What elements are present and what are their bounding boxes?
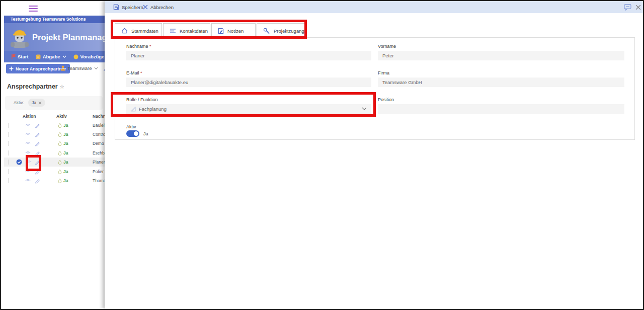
tab-projektzugang-label: Projektzugang [274,28,304,34]
nav-item-abgabe[interactable]: Abgabe [36,54,66,59]
table-row[interactable]: Ja Polier [4,167,105,176]
edit-pencil-icon[interactable] [35,123,40,128]
abgabe-document-icon [36,54,41,59]
eye-icon[interactable] [25,132,31,136]
start-flag-icon [11,54,16,59]
chevron-down-icon [62,55,66,58]
environment-banner-label: Testumgebung Teamsware Solutions [11,17,86,22]
col-header-aktiv: Aktiv [56,114,67,119]
tab-projektzugang[interactable]: Projektzugang [257,23,305,38]
eye-icon[interactable] [25,151,31,155]
toggle-knob [134,131,138,136]
comments-button[interactable] [624,1,631,13]
section-title-label: Ansprechpartner [7,83,58,90]
tab-notizen-label: Notizen [227,28,244,34]
account-label: Teamsware [67,65,92,71]
field-label-nachname: Nachname * [126,44,151,49]
sidebar-action-row: Neuer Ansprechpartner Teamsware B [4,62,105,75]
table-row[interactable]: Ja Bauleitu [4,121,105,130]
row-handle [8,169,9,174]
edit-pencil-icon[interactable] [35,132,40,137]
project-title: Projekt Planmanagment [32,33,105,42]
input-vorname[interactable]: Peter [378,51,624,60]
input-nachname[interactable]: Planer [126,51,371,60]
status-droplet-icon [58,132,62,137]
tab-kontaktdaten[interactable]: Kontaktdaten [163,23,210,38]
row-aktiv-value: Ja [63,178,68,183]
filter-bar: Aktiv: Ja [5,96,103,110]
edit-pencil-icon[interactable] [35,150,40,156]
status-droplet-icon [58,123,62,128]
eye-icon[interactable] [25,179,31,183]
eye-icon[interactable] [25,123,31,127]
table-row[interactable]: Ja Controll [4,130,105,139]
table-row-selected[interactable]: Ja Planer [4,158,105,167]
field-label-position: Position [378,97,394,102]
edit-pencil-icon[interactable] [35,178,40,184]
status-droplet-icon [58,141,62,146]
contact-editor-panel: Speichern Abbrechen [105,1,643,308]
new-contact-label: Neuer Ansprechpartner [16,66,66,71]
account-dropdown[interactable]: Teamsware B [60,65,105,71]
person-icon [60,65,65,71]
app-window: Testumgebung Teamsware Solutions Projekt… [0,0,644,310]
hamburger-menu-icon[interactable] [29,4,38,13]
status-droplet-icon [58,150,62,156]
comment-bubble-icon [624,4,631,11]
sidebar-nav: Start Abgabe Vorabzüge [4,51,105,62]
section-title: Ansprechpartner ☆ [7,83,64,90]
home-icon [121,28,128,34]
close-panel-button[interactable] [635,1,641,13]
tab-stammdaten[interactable]: Stammdaten [115,23,162,38]
eye-icon[interactable] [25,170,31,174]
favorite-star-icon[interactable]: ☆ [59,84,64,90]
plus-icon [9,66,14,71]
nav-start-label: Start [18,54,29,59]
sidebar: Testumgebung Teamsware Solutions Projekt… [1,1,105,308]
input-position[interactable] [378,104,624,114]
sidebar-edge-shadow [99,1,105,308]
row-aktiv-value: Ja [63,123,68,128]
row-handle [8,160,9,165]
row-aktiv-value: Ja [63,150,68,156]
edit-pencil-icon[interactable] [35,160,40,165]
table-row[interactable]: Ja Eschbac [4,148,105,158]
stammdaten-form: Nachname * Planer Vorname Peter E-Mail *… [115,37,635,140]
filter-chip-aktiv-ja[interactable]: Ja [28,99,45,107]
eye-icon[interactable] [26,160,32,164]
row-aktiv-value: Ja [63,132,68,137]
input-email[interactable]: Planer@digitalebauakte.eu [126,78,371,87]
edit-pencil-icon[interactable] [35,141,40,146]
selected-check-icon[interactable] [16,159,22,165]
chevron-down-icon [362,107,367,111]
field-label-email: E-Mail * [126,70,142,75]
set-square-icon [131,107,136,112]
chevron-down-icon [94,67,98,70]
edit-pencil-icon[interactable] [35,169,40,175]
save-label: Speichern [122,5,143,10]
row-handle [8,123,9,128]
table-row[interactable]: Ja Thomas [4,176,105,185]
input-firma[interactable]: Teamsware GmbH [378,78,624,87]
aktiv-state-label: Ja [143,131,148,136]
save-button[interactable]: Speichern [113,1,143,13]
cancel-label: Abbrechen [150,5,174,10]
chip-close-icon[interactable] [38,101,42,105]
save-floppy-icon [113,4,119,10]
tab-notizen[interactable]: Notizen [211,23,256,38]
row-handle [8,178,9,183]
table-header-row: Aktion Aktiv Nachname [4,112,105,120]
filter-chip-label: Ja [32,100,36,105]
nav-abgabe-label: Abgabe [43,54,60,59]
editor-toolbar: Speichern Abbrechen [105,1,643,13]
tab-kontaktdaten-label: Kontaktdaten [180,28,208,34]
table-row[interactable]: Ja Demo [4,139,105,148]
aktiv-toggle-on[interactable] [126,130,139,137]
eye-icon[interactable] [25,141,31,145]
row-aktiv-value: Ja [63,160,68,165]
cancel-button[interactable]: Abbrechen [143,1,174,13]
field-label-aktiv: Aktiv [126,124,136,129]
note-pencil-icon [218,28,224,34]
select-rolle-funktion[interactable]: Fachplanung [126,104,371,114]
nav-item-start[interactable]: Start [11,54,29,59]
